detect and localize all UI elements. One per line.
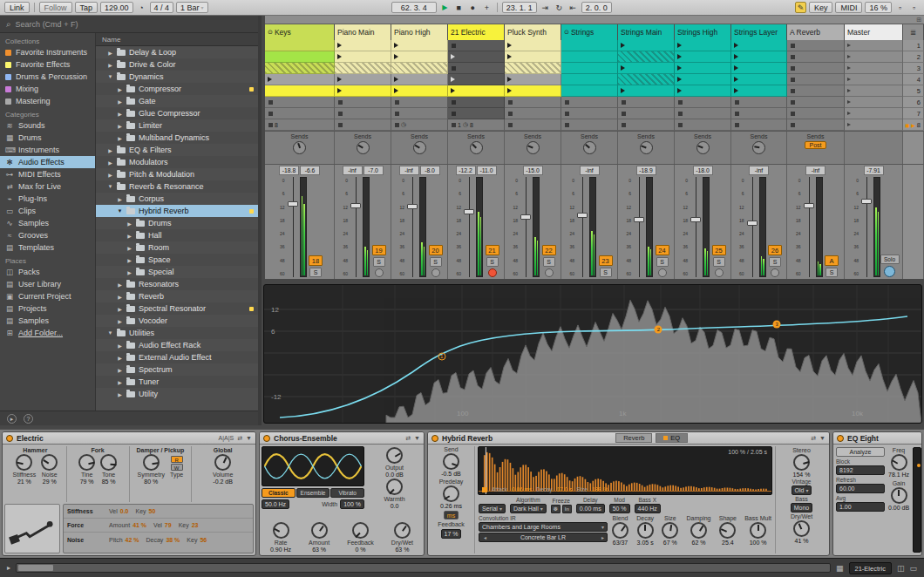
clip-stop-button[interactable] [395,123,399,127]
clip-play-icon[interactable] [677,88,682,93]
clip-slot[interactable] [561,51,618,63]
sidebar-item-mixing[interactable]: Mixing [0,83,95,95]
clip-slot[interactable] [505,85,561,97]
peak-level-display[interactable]: -inf [343,166,363,175]
clip-stop-button[interactable] [622,123,626,127]
output-knob[interactable] [386,447,403,464]
stop-button[interactable]: ■ [453,3,465,12]
track-activator[interactable]: 20 [429,245,443,255]
track-activator[interactable]: A [825,255,839,266]
clip-stop-button[interactable] [508,123,513,127]
track-header-strings-high[interactable]: Strings High [675,24,731,40]
clip-slot[interactable] [505,74,561,85]
tree-item-reverb[interactable]: ▶Reverb [96,290,258,302]
volume-fader[interactable] [861,177,872,277]
sidebar-item-packs[interactable]: ◫Packs [0,266,95,278]
draw-mode-button[interactable]: ✎ [795,2,806,13]
sidebar-item-samples[interactable]: ∿Samples [0,217,95,229]
clip-slot-empty[interactable] [391,97,448,108]
scene-slot[interactable]: 3 [903,63,924,74]
display-param-value[interactable]: 17.0 s [557,486,573,492]
midi-map-button[interactable]: MIDI [835,2,862,13]
cpu-meter[interactable]: 16 % [865,2,892,13]
track-header-a-reverb[interactable]: A Reverb [787,24,845,40]
scene-launch-slot[interactable] [845,85,903,97]
tree-item-gate[interactable]: ▶Gate [96,95,258,107]
solo-button[interactable]: S [309,268,322,277]
solo-button[interactable]: S [543,257,555,267]
volume-fader[interactable] [464,177,474,277]
scene-play-icon[interactable] [847,66,851,70]
preview-toggle-icon[interactable]: ▸ [7,414,17,424]
group-fold-icon[interactable]: ⊙ [268,29,273,36]
send-knob-a[interactable] [752,141,765,154]
cell-value[interactable]: 50 [149,508,156,514]
track-header-master[interactable]: Master [845,24,903,40]
clip-stop-button[interactable] [452,112,456,116]
clip-stop-button[interactable] [791,44,795,48]
param-value[interactable]: 79 % [80,479,94,485]
sidebar-item-mastering[interactable]: Mastering [0,95,95,107]
sidebar-item-drums-percussion[interactable]: Drums & Percussion [0,71,95,83]
clip-slot-empty[interactable] [675,97,731,108]
sidebar-item-instruments[interactable]: ⌨Instruments [0,144,95,156]
bass-mono-toggle[interactable]: Mono [791,503,813,513]
clip-slot[interactable] [391,74,448,85]
tree-item-utility[interactable]: ▶Utility [96,388,258,400]
chevron-right-icon[interactable]: ▶ [117,318,123,324]
clip-stop-button[interactable] [452,44,456,48]
send-knob-a[interactable] [583,141,596,154]
peak-level-display[interactable]: -inf [399,166,419,175]
cue-volume-knob[interactable] [884,266,895,277]
io-show-icon[interactable]: ⊞ [916,17,921,24]
device-activator-button[interactable] [6,435,13,442]
tree-item-modulators[interactable]: ▶Modulators [96,156,258,168]
clip-slot[interactable] [448,85,505,97]
scene-slot[interactable]: 5 [903,85,924,97]
fader-handle[interactable] [464,209,474,214]
chevron-right-icon[interactable]: ▶ [126,257,132,263]
param-value[interactable]: 21 % [17,479,31,485]
knob-value[interactable]: 3.05 s [637,540,654,546]
clip-view-icon[interactable]: ▭ [909,564,917,573]
fader-handle[interactable] [350,203,361,208]
clip-stop-button[interactable] [791,112,795,116]
noise-knob[interactable] [41,454,58,471]
vintage-selector[interactable]: Old▾ [792,485,812,495]
track-activator[interactable]: 18 [309,255,323,266]
clip-slot-empty[interactable] [561,119,618,131]
quantize-menu[interactable]: 1 Bar▾ [176,2,208,13]
clip-slot[interactable] [561,85,618,97]
clip-stop-button[interactable] [268,100,273,105]
clip-slot-empty[interactable] [448,108,505,119]
scene-launch-slot[interactable] [845,108,903,119]
analyze-button[interactable]: Analyze [836,447,885,457]
volume-display[interactable]: -inf [580,166,600,175]
stop-all-clips-button[interactable]: ◼ [905,122,909,128]
loop-start-display[interactable]: 23. 1. 1 [502,2,537,13]
clip-slot[interactable] [618,63,675,74]
amount-knob[interactable] [311,522,328,539]
hot-swap-icon[interactable]: ⇄ [237,435,242,442]
solo-button[interactable]: S [486,257,499,267]
cell-value[interactable]: 79 [165,522,172,528]
send-knob-a[interactable] [696,141,710,154]
volume-display[interactable]: -8.0 [420,166,440,175]
chevron-right-icon[interactable]: ▶ [117,343,123,349]
clip-slot[interactable] [265,85,335,97]
play-button[interactable]: ▶ [439,3,451,11]
metronome-icon[interactable]: ◔ [136,3,147,12]
clip-slot[interactable] [618,74,675,85]
chevron-right-icon[interactable]: ▶ [117,306,123,312]
sidebar-item-templates[interactable]: ▤Templates [0,241,95,254]
size-knob[interactable] [662,522,678,539]
clip-slot[interactable] [731,63,787,74]
clip-stop-button[interactable] [678,123,683,127]
scene-launch-slot[interactable] [845,51,903,63]
clip-play-icon[interactable] [507,88,512,93]
clip-slot[interactable] [335,85,391,97]
cell-value[interactable]: 42 % [126,537,139,543]
clip-stop-button[interactable] [565,112,569,116]
output-value[interactable]: 0.0 dB [385,472,403,478]
track-header-21-electric[interactable]: 21 Electric [448,24,505,40]
